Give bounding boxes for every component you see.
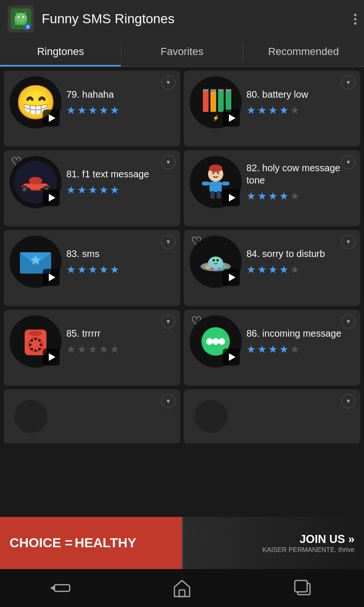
ad-banner[interactable]: CHOICE = HEALTHY JOIN US » KAISER PERMAN… bbox=[0, 517, 364, 569]
svg-point-4 bbox=[22, 16, 24, 18]
svg-rect-17 bbox=[210, 89, 216, 92]
play-button-84[interactable] bbox=[223, 269, 240, 286]
svg-point-69 bbox=[29, 344, 32, 346]
svg-point-3 bbox=[18, 16, 19, 18]
svg-rect-21 bbox=[226, 89, 231, 92]
dropdown-button-83[interactable] bbox=[161, 235, 175, 249]
dropdown-button-81[interactable] bbox=[161, 155, 175, 169]
ad-brand: KAISER PERMANENTE. thrive bbox=[191, 546, 355, 553]
ringtone-title-82: 82. holy cow message tone bbox=[246, 162, 355, 186]
dropdown-button-84[interactable] bbox=[341, 235, 355, 249]
top-bar: ♿ Funny SMS Ringtones bbox=[0, 0, 364, 38]
svg-point-73 bbox=[206, 338, 213, 345]
ringtone-card-partial-right bbox=[184, 389, 360, 443]
svg-rect-15 bbox=[203, 89, 209, 92]
back-button[interactable] bbox=[46, 574, 75, 602]
ringtone-row-5 bbox=[4, 389, 360, 443]
play-button-83[interactable] bbox=[43, 269, 60, 286]
tab-favorites[interactable]: Favorites bbox=[121, 38, 242, 66]
ringtone-title-85: 85. trrrrr bbox=[66, 327, 174, 340]
ringtone-card-82: 82. holy cow message tone ★ ★ ★ ★ ★ bbox=[184, 150, 360, 226]
stars-79: ★ ★ ★ ★ ★ bbox=[66, 104, 174, 117]
recent-apps-button[interactable] bbox=[289, 574, 318, 602]
svg-point-64 bbox=[38, 340, 41, 342]
svg-rect-81 bbox=[295, 580, 307, 592]
thumbnail-80: ⚡ bbox=[190, 76, 242, 129]
dropdown-button-82[interactable] bbox=[341, 155, 355, 169]
thumbnail-79: 😁 bbox=[9, 76, 62, 129]
svg-rect-40 bbox=[217, 191, 221, 199]
play-button-85[interactable] bbox=[43, 349, 60, 366]
thumbnail-82 bbox=[190, 156, 242, 208]
tab-bar: Ringtones Favorites Recommended bbox=[0, 38, 364, 67]
dropdown-button-79[interactable] bbox=[161, 75, 175, 90]
ringtone-card-86: ♡ bbox=[184, 310, 360, 386]
play-button-79[interactable] bbox=[43, 110, 60, 127]
svg-point-70 bbox=[31, 340, 33, 342]
svg-point-37 bbox=[217, 172, 219, 174]
dropdown-button-80[interactable] bbox=[341, 75, 355, 90]
svg-point-63 bbox=[35, 338, 37, 340]
svg-point-36 bbox=[212, 172, 214, 174]
svg-rect-41 bbox=[202, 182, 209, 185]
ringtone-row-2: ♡ bbox=[4, 150, 360, 226]
ringtone-card-83: 83. sms ★ ★ ★ ★ ★ bbox=[4, 230, 180, 306]
stars-84: ★ ★ ★ ★ ★ bbox=[246, 264, 355, 276]
svg-rect-16 bbox=[210, 91, 216, 112]
ringtone-card-81: ♡ bbox=[4, 150, 180, 226]
svg-point-60 bbox=[29, 331, 42, 336]
stars-86: ★ ★ ★ ★ ★ bbox=[246, 343, 355, 356]
thumbnail-83 bbox=[9, 236, 62, 288]
dropdown-button-partial-right[interactable] bbox=[341, 394, 355, 408]
ringtone-row-3: 83. sms ★ ★ ★ ★ ★ ♡ bbox=[4, 230, 360, 306]
dropdown-button-partial-left[interactable] bbox=[161, 394, 175, 408]
tab-ringtones[interactable]: Ringtones bbox=[0, 38, 121, 66]
svg-point-31 bbox=[26, 188, 31, 193]
svg-point-51 bbox=[211, 257, 220, 266]
svg-rect-42 bbox=[222, 182, 229, 185]
svg-point-67 bbox=[35, 349, 37, 352]
svg-rect-10 bbox=[22, 22, 23, 26]
svg-point-56 bbox=[218, 267, 220, 270]
svg-point-53 bbox=[217, 259, 219, 262]
svg-rect-39 bbox=[210, 191, 215, 199]
dropdown-button-85[interactable] bbox=[161, 314, 175, 329]
ringtone-title-79: 79. hahaha bbox=[66, 88, 174, 101]
svg-point-55 bbox=[211, 267, 214, 270]
tab-recommended[interactable]: Recommended bbox=[243, 38, 364, 66]
svg-point-65 bbox=[40, 344, 42, 346]
ringtone-row-1: 😁 79. hahaha ★ ★ ★ ★ ★ bbox=[4, 71, 360, 147]
stars-81: ★ ★ ★ ★ ★ bbox=[66, 184, 174, 196]
thumbnail-81 bbox=[9, 156, 62, 208]
play-button-80[interactable] bbox=[223, 110, 240, 127]
svg-point-28 bbox=[23, 187, 27, 191]
nav-bar bbox=[0, 569, 364, 607]
svg-text:⚡: ⚡ bbox=[212, 114, 219, 121]
ad-line2: HEALTHY bbox=[74, 535, 136, 550]
svg-rect-79 bbox=[179, 590, 185, 597]
thumbnail-85 bbox=[9, 315, 62, 368]
svg-rect-38 bbox=[209, 182, 222, 192]
ad-join: JOIN US » bbox=[191, 533, 355, 546]
home-button[interactable] bbox=[168, 574, 196, 602]
svg-rect-18 bbox=[218, 91, 224, 112]
stars-83: ★ ★ ★ ★ ★ bbox=[66, 264, 174, 276]
app-title: Funny SMS Ringtones bbox=[42, 11, 354, 27]
ringtone-card-85: 85. trrrrr ★ ★ ★ ★ ★ bbox=[4, 310, 180, 386]
dropdown-button-86[interactable] bbox=[341, 314, 355, 329]
content-area: 😁 79. hahaha ★ ★ ★ ★ ★ bbox=[0, 67, 364, 517]
thumbnail-86 bbox=[190, 315, 242, 368]
svg-point-54 bbox=[206, 266, 209, 269]
more-options-button[interactable] bbox=[354, 14, 356, 25]
play-button-82[interactable] bbox=[223, 189, 240, 206]
ringtone-card-partial-left bbox=[4, 389, 180, 443]
svg-point-74 bbox=[212, 338, 219, 345]
svg-point-66 bbox=[38, 348, 41, 350]
ringtone-card-79: 😁 79. hahaha ★ ★ ★ ★ ★ bbox=[4, 71, 180, 147]
ringtone-title-81: 81. f1 text message bbox=[66, 168, 174, 180]
play-button-86[interactable] bbox=[223, 349, 240, 366]
ringtone-title-84: 84. sorry to disturb bbox=[246, 248, 355, 260]
play-button-81[interactable] bbox=[43, 189, 60, 206]
ringtone-card-84: ♡ bbox=[184, 230, 360, 306]
ringtone-card-80: ⚡ 80. battery low ★ ★ ★ ★ ★ bbox=[184, 71, 360, 147]
